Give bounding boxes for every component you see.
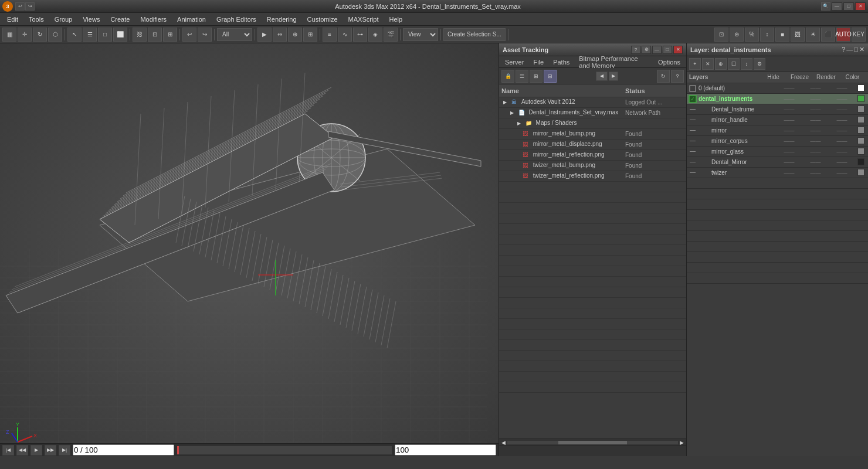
layer-row-instrume[interactable]: Dental_Instrume —— —— —— <box>687 104 868 115</box>
asset-menu-paths[interactable]: Paths <box>550 59 573 66</box>
layer-maximize-btn[interactable]: □ <box>854 46 858 53</box>
corpus-color[interactable] <box>855 137 867 145</box>
handle-hide[interactable]: —— <box>776 117 802 123</box>
glass-colorbox[interactable] <box>857 148 864 155</box>
asset-tb-list[interactable]: ☰ <box>516 70 528 83</box>
mirror-hide[interactable]: —— <box>776 128 802 134</box>
asset-table-body[interactable]: ▶ 🏛 Autodesk Vault 2012 Logged Out ... ▶… <box>499 97 686 439</box>
layer0-colorbox[interactable] <box>857 84 864 91</box>
asset-scroll-left[interactable]: ◀ <box>596 72 608 81</box>
dental-mirror-colorbox[interactable] <box>857 158 864 165</box>
corpus-colorbox[interactable] <box>857 137 864 144</box>
frame-end[interactable] <box>395 444 496 456</box>
dental-mirror-color[interactable] <box>855 158 867 166</box>
asset-tb-refresh[interactable]: ↻ <box>657 70 670 83</box>
twizer-color[interactable] <box>855 169 867 177</box>
tb-percent-snap[interactable]: % <box>745 28 759 42</box>
menu-group[interactable]: Group <box>50 15 77 24</box>
asset-scroll-right[interactable]: ▶ <box>609 72 618 81</box>
filter-dropdown[interactable]: All <box>217 28 252 41</box>
asset-menu-server[interactable]: Server <box>501 59 527 66</box>
tb-window[interactable]: ⬜ <box>113 28 127 42</box>
instrume-render[interactable]: —— <box>829 107 855 113</box>
asset-help-btn[interactable]: ? <box>631 46 640 54</box>
asset-close-btn[interactable]: ✕ <box>673 46 683 54</box>
tb-spacing[interactable]: ⊞ <box>303 28 317 42</box>
twizer-colorbox[interactable] <box>857 169 864 176</box>
layer-row-corpus[interactable]: mirror_corpus —— —— —— <box>687 136 868 147</box>
instrume-color[interactable] <box>855 106 867 114</box>
mirror-render[interactable]: —— <box>829 128 855 134</box>
twizer-freeze[interactable]: —— <box>802 170 829 176</box>
tb-highlight[interactable]: ▶ <box>257 28 272 42</box>
instrume-colorbox[interactable] <box>857 106 864 113</box>
tb-spinner-snap[interactable]: ↕ <box>760 28 774 42</box>
tb-undo[interactable]: ↩ <box>15 2 25 11</box>
tb-redo2[interactable]: ↪ <box>198 28 212 42</box>
glass-color[interactable] <box>855 148 867 156</box>
tb-environment[interactable]: ☀ <box>806 28 820 42</box>
dental-render[interactable]: —— <box>829 96 855 102</box>
layer-minimize-btn[interactable]: — <box>846 46 853 53</box>
view-dropdown[interactable]: View <box>403 28 438 41</box>
scroll-left-btn[interactable]: ◀ <box>500 440 507 446</box>
corpus-freeze[interactable]: —— <box>802 138 829 144</box>
asset-row-img2[interactable]: 🖼 mirror_metal_displace.png Found <box>499 140 686 150</box>
layer0-hide[interactable]: —— <box>776 86 802 91</box>
menu-modifiers[interactable]: Modifiers <box>135 15 171 24</box>
asset-tb-grid[interactable]: ⊟ <box>544 70 557 83</box>
asset-tb-expand[interactable]: ⊞ <box>530 70 542 83</box>
tb-rect-select[interactable]: □ <box>98 28 112 42</box>
search-box[interactable]: 🔍 <box>821 2 830 11</box>
dental-color[interactable] <box>855 95 867 103</box>
layer0-render[interactable]: —— <box>829 86 855 91</box>
mirror-color[interactable] <box>855 127 867 135</box>
asset-minimize-btn[interactable]: — <box>652 46 662 54</box>
mirror-colorbox[interactable] <box>857 127 864 134</box>
layer-row-handle[interactable]: mirror_handle —— —— —— <box>687 115 868 125</box>
layer-row-dental[interactable]: ✓ dental_instruments —— —— —— <box>687 94 868 104</box>
asset-row-img1[interactable]: 🖼 mirror_metal_bump.png Found <box>499 129 686 140</box>
tb-scale[interactable]: ⬡ <box>48 28 62 42</box>
menu-views[interactable]: Views <box>78 15 104 24</box>
tb-auto-key[interactable]: AUTO <box>836 28 850 42</box>
tb-schematic[interactable]: ⊶ <box>353 28 367 42</box>
tb-angle-snap[interactable]: ⊛ <box>730 28 744 42</box>
tb-render-scene[interactable]: 🖼 <box>791 28 805 42</box>
asset-row-maps[interactable]: ▶ 📁 Maps / Shaders <box>499 118 686 129</box>
dental-mirror-render[interactable]: —— <box>829 159 855 165</box>
handle-color[interactable] <box>855 116 867 124</box>
dental-hide[interactable]: —— <box>776 96 802 102</box>
dental-mirror-freeze[interactable]: —— <box>802 159 829 165</box>
tb-edit-named[interactable]: ■ <box>775 28 789 42</box>
tb-material[interactable]: ◈ <box>368 28 382 42</box>
tb-link[interactable]: ⛓ <box>133 28 147 42</box>
minimize-btn[interactable]: — <box>832 2 842 11</box>
tb-select[interactable]: ↖ <box>67 28 82 42</box>
anim-go-end[interactable]: ▶| <box>59 445 70 456</box>
timeline-track[interactable] <box>177 446 392 455</box>
tb-quick-render[interactable]: 🎬 <box>384 28 398 42</box>
scroll-right-btn[interactable]: ▶ <box>679 440 685 446</box>
layer-tb-delete[interactable]: ✕ <box>702 58 714 70</box>
menu-edit[interactable]: Edit <box>2 15 23 24</box>
tb-snap3d[interactable]: ⊡ <box>714 28 728 42</box>
tb-redo[interactable]: ↪ <box>25 2 35 11</box>
tb-select-region[interactable]: ▦ <box>2 28 16 42</box>
menu-maxscript[interactable]: MAXScript <box>344 15 384 24</box>
menu-tools[interactable]: Tools <box>24 15 49 24</box>
asset-menu-bitmap[interactable]: Bitmap Performance and Memory <box>575 55 652 69</box>
asset-row-img5[interactable]: 🖼 twizer_metal_reflection.png Found <box>499 171 686 182</box>
asset-maximize-btn[interactable]: □ <box>663 46 672 54</box>
viewport[interactable]: [ + ] [ Perspective ] [ Shaded + Edged F… <box>0 43 499 456</box>
maximize-btn[interactable]: □ <box>843 2 854 11</box>
anim-go-start[interactable]: |◀ <box>2 445 14 456</box>
layer-help-btn[interactable]: ? <box>842 46 845 53</box>
handle-render[interactable]: —— <box>829 117 855 123</box>
glass-hide[interactable]: —— <box>776 149 802 155</box>
close-btn[interactable]: ✕ <box>855 2 866 11</box>
scroll-track[interactable] <box>507 440 679 445</box>
dental-mirror-hide[interactable]: —— <box>776 159 802 165</box>
mirror-freeze[interactable]: —— <box>802 128 829 134</box>
twizer-render[interactable]: —— <box>829 170 855 176</box>
